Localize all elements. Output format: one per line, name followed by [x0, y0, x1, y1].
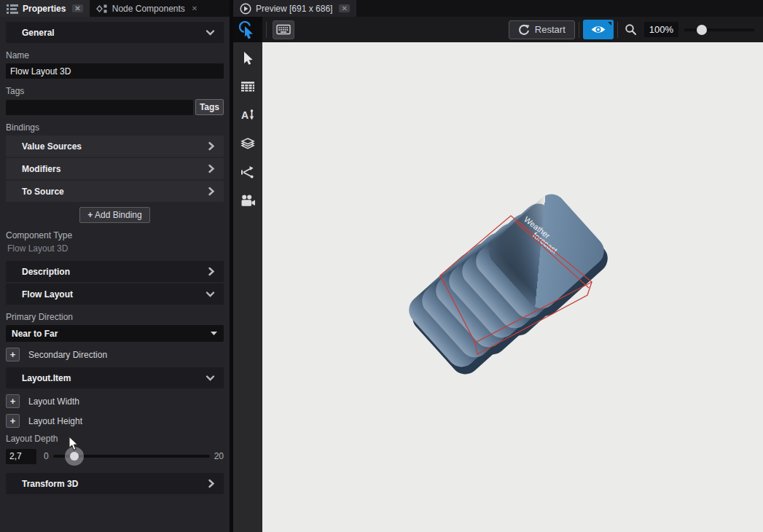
eye-dropdown-fold-icon — [608, 22, 611, 26]
layout-depth-label: Layout Depth — [6, 434, 224, 444]
connections-tool-button[interactable] — [238, 163, 257, 181]
primary-direction-select[interactable]: Near to Far — [6, 325, 224, 342]
add-secondary-direction-button[interactable]: + — [6, 348, 20, 361]
add-binding-label: Add Binding — [95, 210, 142, 220]
section-description[interactable]: Description — [6, 261, 224, 282]
layout-height-row: + Layout Height — [6, 414, 224, 428]
text-tool-button[interactable]: A — [238, 106, 257, 125]
section-transform-3d[interactable]: Transform 3D — [6, 473, 224, 494]
zoom-slider[interactable] — [684, 25, 754, 35]
application-window: Properties ✕ Node Components ✕ General — [0, 0, 763, 532]
chevron-right-icon — [208, 164, 215, 173]
properties-icon — [7, 3, 18, 14]
layout-depth-min: 0 — [44, 451, 49, 461]
restart-label: Restart — [535, 24, 566, 35]
plus-icon: + — [87, 210, 93, 220]
properties-panel-region: Properties ✕ Node Components ✕ General — [0, 0, 230, 532]
svg-text:A: A — [241, 109, 249, 121]
zoom-magnifier-icon — [625, 23, 637, 36]
layout-width-row: + Layout Width — [6, 394, 224, 408]
chevron-right-icon — [208, 141, 215, 151]
tab-properties-label: Properties — [23, 4, 66, 14]
preview-region: Preview [691 x 686] ✕ — [233, 0, 763, 532]
section-general[interactable]: General — [6, 22, 224, 43]
restart-button[interactable]: Restart — [509, 20, 575, 39]
secondary-direction-label: Secondary Direction — [28, 350, 107, 360]
chevron-down-icon — [206, 29, 215, 36]
connections-icon — [240, 165, 255, 179]
section-general-label: General — [22, 28, 55, 38]
name-label: Name — [6, 50, 224, 60]
add-binding-button[interactable]: + Add Binding — [79, 207, 149, 223]
binding-row-to-source[interactable]: To Source — [6, 181, 224, 202]
component-type-value: Flow Layout 3D — [7, 243, 224, 254]
chevron-right-icon — [208, 187, 215, 196]
section-flow-layout-label: Flow Layout — [22, 289, 73, 300]
eye-icon — [590, 25, 606, 34]
text-tool-icon: A — [240, 109, 255, 122]
layout-width-label: Layout Width — [28, 396, 79, 407]
section-layout-item[interactable]: Layout.Item — [6, 367, 224, 388]
interact-cursor-icon — [238, 20, 257, 39]
tab-preview-close-icon[interactable]: ✕ — [339, 4, 349, 12]
add-layout-height-button[interactable]: + — [6, 414, 20, 428]
primary-direction-value: Near to Far — [12, 329, 58, 339]
layout-depth-input[interactable] — [6, 449, 36, 464]
layers-tool-button[interactable] — [238, 134, 257, 153]
binding-row-label: Modifiers — [22, 164, 60, 174]
component-type-label: Component Type — [6, 230, 224, 240]
tab-node-components-label: Node Components — [112, 4, 185, 14]
chevron-right-icon — [208, 267, 215, 276]
layout-height-label: Layout Height — [28, 416, 82, 426]
grid-icon — [240, 81, 255, 93]
bindings-label: Bindings — [6, 122, 224, 133]
layers-icon — [240, 137, 255, 150]
section-transform-3d-label: Transform 3D — [22, 479, 78, 489]
binding-row-label: To Source — [22, 187, 64, 197]
keyboard-icon — [276, 24, 291, 35]
zoom-level-value[interactable]: 100% — [644, 22, 678, 37]
select-tool-button[interactable] — [238, 49, 257, 68]
camera-tool-button[interactable] — [238, 191, 257, 210]
preview-tab-bar: Preview [691 x 686] ✕ — [233, 0, 763, 17]
section-flow-layout[interactable]: Flow Layout — [6, 283, 224, 305]
preview-tool-strip: A — [233, 42, 262, 532]
binding-row-value-sources[interactable]: Value Sources — [6, 136, 224, 157]
properties-panel: General Name Tags Tags Bindings Value So… — [0, 17, 230, 532]
preview-body: A — [233, 42, 763, 532]
preview-viewport[interactable]: Weather forecast — [262, 42, 763, 532]
binding-row-modifiers[interactable]: Modifiers — [6, 158, 224, 179]
preview-visibility-toggle[interactable] — [583, 20, 614, 39]
secondary-direction-row: + Secondary Direction — [6, 348, 224, 361]
left-tab-bar: Properties ✕ Node Components ✕ — [0, 0, 230, 17]
tags-input[interactable] — [6, 100, 193, 115]
restart-icon — [518, 24, 530, 36]
toolbar-separator — [266, 22, 267, 38]
tab-preview-label: Preview [691 x 686] — [256, 4, 332, 14]
add-layout-width-button[interactable]: + — [6, 394, 20, 408]
zoom-slider-track[interactable] — [684, 28, 754, 31]
preview-toolbar: Restart 100% — [233, 17, 763, 42]
tab-node-components-close-icon[interactable]: ✕ — [192, 4, 197, 12]
tab-preview[interactable]: Preview [691 x 686] ✕ — [233, 0, 356, 17]
dropdown-caret-icon — [210, 331, 218, 336]
select-cursor-icon — [240, 50, 256, 66]
toolbar-separator — [579, 22, 579, 38]
keyboard-button[interactable] — [273, 20, 294, 39]
grid-tool-button[interactable] — [238, 77, 257, 96]
camera-icon — [240, 195, 256, 207]
preview-scene: Weather forecast — [262, 42, 763, 532]
chevron-down-icon — [206, 291, 215, 298]
play-icon — [240, 3, 251, 15]
tab-node-components[interactable]: Node Components ✕ — [90, 0, 204, 17]
zoom-slider-handle[interactable] — [697, 25, 707, 35]
layout-depth-max: 20 — [214, 451, 224, 461]
name-input[interactable] — [6, 63, 224, 79]
tab-properties-close-icon[interactable]: ✕ — [72, 4, 82, 12]
layout-depth-row: 0 20 — [6, 447, 224, 466]
tab-properties[interactable]: Properties ✕ — [0, 0, 90, 17]
tags-button[interactable]: Tags — [195, 99, 224, 115]
chevron-down-icon — [206, 375, 215, 382]
interact-tool-button[interactable] — [233, 17, 262, 42]
mouse-cursor — [68, 436, 79, 452]
